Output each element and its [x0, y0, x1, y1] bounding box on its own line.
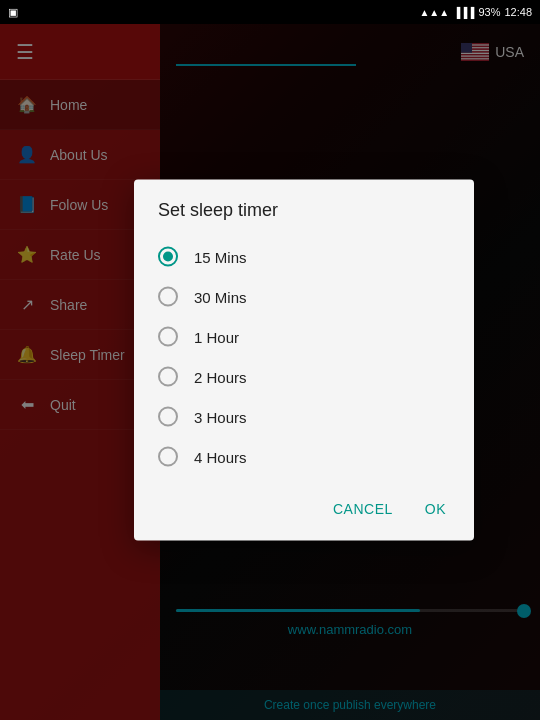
- ok-button[interactable]: OK: [413, 493, 458, 525]
- wifi-icon: ▲▲▲: [419, 7, 449, 18]
- option-30mins[interactable]: 30 Mins: [158, 277, 450, 317]
- screen-icon: ▣: [8, 6, 18, 19]
- dialog-title: Set sleep timer: [134, 180, 474, 237]
- dialog-buttons: CANCEL OK: [134, 477, 474, 533]
- option-4hours[interactable]: 4 Hours: [158, 437, 450, 477]
- status-left: ▣: [8, 6, 18, 19]
- label-15mins: 15 Mins: [194, 248, 247, 265]
- radio-3hours[interactable]: [158, 407, 178, 427]
- time-display: 12:48: [504, 6, 532, 18]
- radio-30mins[interactable]: [158, 287, 178, 307]
- status-bar: ▣ ▲▲▲ ▐▐▐ 93% 12:48: [0, 0, 540, 24]
- cancel-button[interactable]: CANCEL: [321, 493, 405, 525]
- dialog-options: 15 Mins 30 Mins 1 Hour 2 Hours 3 Hours 4…: [134, 237, 474, 477]
- label-2hours: 2 Hours: [194, 368, 247, 385]
- option-1hour[interactable]: 1 Hour: [158, 317, 450, 357]
- status-right: ▲▲▲ ▐▐▐ 93% 12:48: [419, 6, 532, 18]
- option-2hours[interactable]: 2 Hours: [158, 357, 450, 397]
- label-4hours: 4 Hours: [194, 448, 247, 465]
- option-3hours[interactable]: 3 Hours: [158, 397, 450, 437]
- option-15mins[interactable]: 15 Mins: [158, 237, 450, 277]
- radio-4hours[interactable]: [158, 447, 178, 467]
- radio-1hour[interactable]: [158, 327, 178, 347]
- radio-2hours[interactable]: [158, 367, 178, 387]
- sleep-timer-dialog: Set sleep timer 15 Mins 30 Mins 1 Hour 2…: [134, 180, 474, 541]
- label-1hour: 1 Hour: [194, 328, 239, 345]
- label-30mins: 30 Mins: [194, 288, 247, 305]
- radio-15mins[interactable]: [158, 247, 178, 267]
- label-3hours: 3 Hours: [194, 408, 247, 425]
- battery-level: 93%: [478, 6, 500, 18]
- signal-icon: ▐▐▐: [453, 7, 474, 18]
